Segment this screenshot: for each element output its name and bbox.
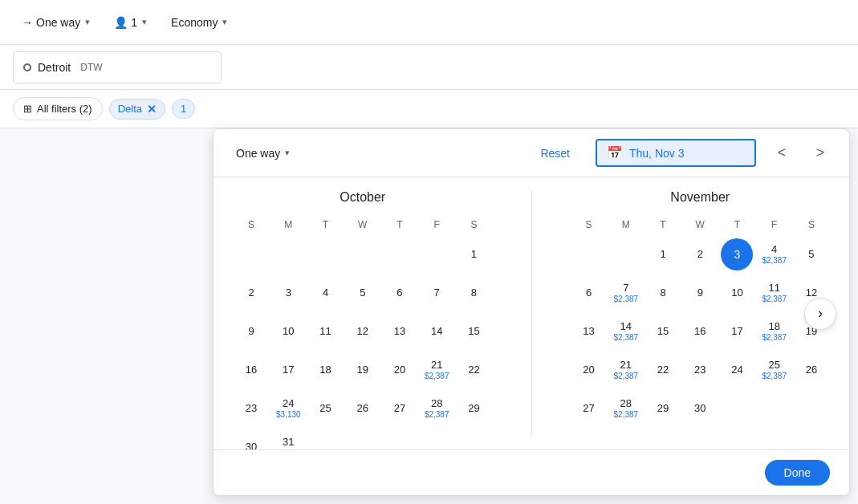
day-cell[interactable]: 20 xyxy=(571,351,608,389)
day-cell[interactable]: 21$2,387 xyxy=(418,351,455,389)
day-cell[interactable]: 2 xyxy=(681,235,718,274)
day-cell xyxy=(344,428,381,449)
day-cell[interactable]: 28$2,387 xyxy=(418,389,455,428)
day-header-t: T xyxy=(307,214,344,235)
calendar-overlay: One way ▾ Reset 📅 Thu, Nov 3 < > October… xyxy=(213,128,850,496)
day-cell[interactable]: 11$2,387 xyxy=(756,274,793,312)
origin-dot-icon xyxy=(23,63,31,71)
day-cell[interactable]: 29 xyxy=(455,389,492,428)
delta-label: Delta xyxy=(118,103,142,115)
day-cell[interactable]: 25$2,387 xyxy=(756,351,793,389)
next-month-button[interactable]: > xyxy=(807,140,833,166)
day-cell[interactable]: 22 xyxy=(645,351,681,389)
day-cell[interactable]: 3 xyxy=(718,235,755,274)
day-cell[interactable]: 17 xyxy=(718,312,755,351)
day-header-t: T xyxy=(718,214,755,235)
day-cell[interactable]: 7 xyxy=(418,274,455,312)
day-cell[interactable]: 28$2,387 xyxy=(608,389,645,428)
day-cell[interactable]: 8 xyxy=(645,274,681,312)
day-cell[interactable]: 20 xyxy=(381,351,418,389)
day-cell[interactable]: 10 xyxy=(270,312,307,351)
day-cell[interactable]: 16 xyxy=(233,351,270,389)
close-icon[interactable]: ✕ xyxy=(147,103,157,116)
day-cell[interactable]: 13 xyxy=(571,312,608,351)
day-cell[interactable]: 10 xyxy=(718,274,755,312)
day-cell[interactable]: 23 xyxy=(681,351,718,389)
day-cell[interactable]: 5 xyxy=(793,235,830,274)
day-cell[interactable]: 1 xyxy=(645,235,681,274)
next-months-button[interactable]: › xyxy=(804,298,836,330)
day-cell[interactable]: 14 xyxy=(418,312,455,351)
day-cell[interactable]: 29 xyxy=(645,389,681,428)
day-cell[interactable]: 8 xyxy=(455,274,492,312)
day-cell xyxy=(793,389,830,428)
day-cell[interactable]: 13 xyxy=(381,312,418,351)
day-cell[interactable]: 15 xyxy=(645,312,681,351)
day-cell[interactable]: 30 xyxy=(681,389,718,428)
day-cell[interactable]: 27 xyxy=(381,389,418,428)
day-cell[interactable]: 24 xyxy=(718,351,755,389)
day-cell[interactable]: 6 xyxy=(571,274,608,312)
stop-filter-chip[interactable]: 1 xyxy=(172,99,195,119)
origin-field[interactable]: Detroit DTW xyxy=(13,51,222,83)
october-grid: SMTWTFS123456789101112131415161718192021… xyxy=(233,214,493,449)
calendar-footer: Done xyxy=(213,449,849,495)
month-divider xyxy=(531,190,532,437)
day-cell[interactable]: 16 xyxy=(681,312,718,351)
day-cell[interactable]: 11 xyxy=(307,312,344,351)
day-header-t: T xyxy=(381,214,418,235)
day-cell[interactable]: 26 xyxy=(793,351,830,389)
day-header-m: M xyxy=(608,214,645,235)
day-cell[interactable]: 15 xyxy=(455,312,492,351)
day-cell[interactable]: 23 xyxy=(233,389,270,428)
day-cell[interactable]: 12 xyxy=(344,312,381,351)
day-cell[interactable]: 26 xyxy=(344,389,381,428)
search-bar: Detroit DTW xyxy=(0,45,858,90)
day-cell[interactable]: 2 xyxy=(233,274,270,312)
day-cell xyxy=(418,428,455,449)
day-cell[interactable]: 22 xyxy=(455,351,492,389)
day-header-t: T xyxy=(645,214,681,235)
day-cell[interactable]: 9 xyxy=(681,274,718,312)
november-grid: SMTWTFS1234$2,387567$2,387891011$2,38712… xyxy=(571,214,831,428)
day-cell[interactable]: 19 xyxy=(344,351,381,389)
arrow-icon: → xyxy=(22,16,33,29)
day-cell[interactable]: 24$3,130 xyxy=(270,389,307,428)
prev-month-button[interactable]: < xyxy=(769,140,795,166)
day-cell[interactable]: 21$2,387 xyxy=(608,351,645,389)
day-cell[interactable]: 7$2,387 xyxy=(608,274,645,312)
chevron-down-icon: ▾ xyxy=(222,17,227,27)
all-filters-label: All filters (2) xyxy=(37,103,92,115)
day-cell[interactable]: 18$2,387 xyxy=(756,312,793,351)
passengers-selector[interactable]: 👤 1 ▾ xyxy=(105,10,156,35)
reset-button[interactable]: Reset xyxy=(534,144,576,163)
cabin-selector[interactable]: Economy ▾ xyxy=(162,10,236,35)
trip-type-selector[interactable]: → One way ▾ xyxy=(13,10,99,35)
delta-filter-chip[interactable]: Delta ✕ xyxy=(109,99,165,120)
all-filters-button[interactable]: ⊞ All filters (2) xyxy=(13,97,103,120)
oneway-dropdown[interactable]: One way ▾ xyxy=(230,144,296,163)
day-cell[interactable]: 4 xyxy=(307,274,344,312)
done-button[interactable]: Done xyxy=(765,460,830,486)
day-cell[interactable]: 3 xyxy=(270,274,307,312)
day-cell[interactable]: 25 xyxy=(307,389,344,428)
day-cell xyxy=(756,389,793,428)
day-cell[interactable]: 5 xyxy=(344,274,381,312)
day-header-f: F xyxy=(418,214,455,235)
chevron-down-icon: ▾ xyxy=(285,148,290,158)
day-cell[interactable]: 18 xyxy=(307,351,344,389)
day-cell[interactable]: 1 xyxy=(455,235,492,274)
day-cell[interactable]: 30 xyxy=(233,428,270,449)
day-cell[interactable]: 27 xyxy=(571,389,608,428)
calendar-icon: 📅 xyxy=(607,145,623,161)
day-header-s: S xyxy=(571,214,608,235)
day-cell[interactable]: 17 xyxy=(270,351,307,389)
day-cell[interactable]: 4$2,387 xyxy=(756,235,793,274)
day-cell[interactable]: 14$2,387 xyxy=(608,312,645,351)
day-cell[interactable]: 31$2,387 xyxy=(270,428,307,449)
day-cell[interactable]: 6 xyxy=(381,274,418,312)
day-cell xyxy=(381,428,418,449)
day-header-w: W xyxy=(681,214,718,235)
date-field[interactable]: 📅 Thu, Nov 3 xyxy=(596,139,756,167)
day-cell[interactable]: 9 xyxy=(233,312,270,351)
